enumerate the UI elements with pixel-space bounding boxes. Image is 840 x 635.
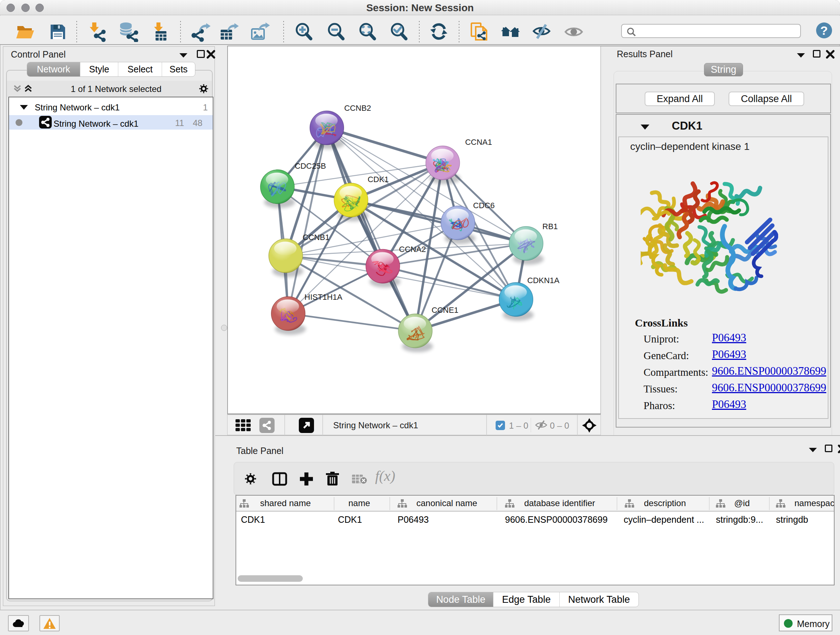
svg-text:CDC6: CDC6 bbox=[473, 201, 495, 210]
svg-text:CCNA2: CCNA2 bbox=[399, 245, 426, 254]
svg-text:CCNB1: CCNB1 bbox=[303, 233, 330, 242]
svg-text:CDK1: CDK1 bbox=[368, 175, 389, 184]
svg-text:CCNB2: CCNB2 bbox=[344, 103, 371, 112]
svg-text:HIST1H1A: HIST1H1A bbox=[305, 293, 343, 302]
svg-text:RB1: RB1 bbox=[542, 222, 558, 231]
svg-text:CDC25B: CDC25B bbox=[295, 162, 326, 171]
svg-text:CDKN1A: CDKN1A bbox=[527, 276, 559, 285]
svg-text:CCNE1: CCNE1 bbox=[431, 306, 458, 315]
svg-text:CCNA1: CCNA1 bbox=[465, 138, 492, 147]
